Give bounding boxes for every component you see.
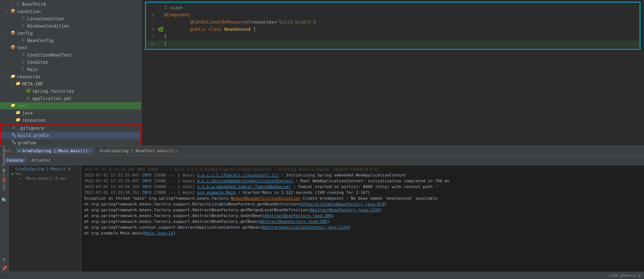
brace-open: { bbox=[250, 27, 255, 32]
vertical-left-bar: Bookmarks Structure bbox=[0, 145, 7, 188]
log-class-3: o.s.b.w.embedded.tomcat.TomcatWebServer bbox=[197, 184, 291, 189]
code-editor: 1 usage 6 @Component 7 @ConditionalOnRes… bbox=[141, 0, 644, 146]
stack-prefix-4: at org.springframework.beans.factory.sup… bbox=[84, 219, 259, 224]
stack-link-4[interactable]: AbstractBeanFactory.java:208 bbox=[259, 219, 327, 224]
tree-item-application-yml[interactable]: ⚙ application.yml bbox=[0, 95, 141, 102]
stack-suffix-6: ) bbox=[173, 231, 176, 236]
tree-item-test-root[interactable]: ▾ 📁 test bbox=[0, 102, 141, 109]
folder-res-icon: 📁 bbox=[10, 74, 16, 80]
tree-item-gitignore[interactable]: ⚙ .gitignore bbox=[1, 125, 140, 132]
run-tab-bean-test-close[interactable]: ✕ bbox=[176, 149, 178, 153]
bookmarks-label[interactable]: Bookmarks bbox=[1, 145, 7, 166]
log-level-2: INFO bbox=[142, 179, 152, 183]
stack-link-5[interactable]: AbstractApplicationContext.java:1154 bbox=[262, 225, 348, 230]
code-block: 1 usage 6 @Component 7 @ConditionalOnRes… bbox=[145, 2, 640, 50]
tree-label-build-gradle: build.gradle bbox=[18, 133, 49, 138]
class-icon: C bbox=[20, 52, 26, 58]
kw-class: class bbox=[209, 27, 222, 32]
kw-public: public bbox=[190, 27, 206, 32]
console-tab-actuator[interactable]: Actuator bbox=[28, 157, 54, 163]
tree-item-beanconfig[interactable]: C BeanConfig bbox=[0, 37, 141, 44]
tree-item-linuxcondition[interactable]: C LinuxCondition bbox=[0, 15, 141, 22]
tree-label-condition: condition bbox=[17, 9, 41, 14]
code-line-1: 1 usage bbox=[146, 4, 640, 11]
chevron-config: ▾ bbox=[5, 32, 10, 36]
tree-label-beanconfig: BeanConfig bbox=[27, 38, 53, 43]
stack-link-3[interactable]: AbstractBeanFactory.java:309 bbox=[264, 213, 332, 218]
tree-item-config[interactable]: ▾ 📦 config bbox=[0, 30, 141, 37]
tree-item-test[interactable]: ▾ 📦 test bbox=[0, 44, 141, 51]
stack-link-6[interactable]: Main.java:13 bbox=[144, 231, 173, 236]
log-line-1: 2023-07-01 17:33:35.847 INFO 15088 --- [… bbox=[84, 172, 641, 178]
folder-icon: 📁 bbox=[15, 110, 21, 116]
tree-item-main[interactable]: C Main bbox=[0, 66, 141, 73]
run-item-sub: ✦ :Main.main() 6 sec bbox=[15, 176, 78, 181]
log-msg-2: : Root WebApplicationContext: initializa… bbox=[296, 179, 450, 183]
class-name: BeanSecond bbox=[224, 27, 250, 32]
run-tab-bean-test[interactable]: GradleSpring [:BeanTest.main()] ✕ bbox=[97, 148, 181, 154]
stack-prefix-6: at org.example.Main.main( bbox=[84, 231, 144, 236]
log-pid-4: 15088 --- [ bbox=[154, 190, 180, 195]
run-item-sub-time: 6 sec bbox=[56, 176, 66, 180]
log-thread-1: main] bbox=[183, 173, 195, 178]
log-line-exception: Exception in thread "main" org.springfra… bbox=[84, 196, 641, 201]
log-msg-4: : Started Main in 1.522 seconds (JVM run… bbox=[238, 190, 370, 195]
log-thread-2: main] bbox=[183, 179, 195, 183]
run-item-name: GradleSpring [:Main.n 6 sec bbox=[15, 167, 78, 176]
run-tab-main-close[interactable]: ✕ bbox=[89, 149, 91, 153]
run-tab-main[interactable]: ▶ GradleSpring [:Main.main()] ✕ bbox=[16, 147, 94, 154]
code-text-10: │ bbox=[164, 41, 167, 46]
chevron-beanthird: ▸ bbox=[10, 3, 15, 7]
chevron-condition: ▾ bbox=[5, 10, 10, 14]
structure-label[interactable]: Structure bbox=[1, 167, 7, 188]
log-line-stack-3: at org.springframework.beans.factory.sup… bbox=[84, 213, 641, 219]
chevron-resources: ▾ bbox=[5, 75, 10, 79]
stack-link-1[interactable]: DefaultListableBeanFactory.java:874 bbox=[300, 202, 385, 207]
code-line-10: 10 │ bbox=[146, 40, 640, 47]
tree-item-resources2[interactable]: 📁 resources bbox=[0, 117, 141, 124]
tree-label-resources: resources bbox=[17, 74, 41, 79]
class-icon: C bbox=[20, 38, 26, 43]
tree-item-resources[interactable]: ▾ 📁 resources bbox=[0, 73, 141, 80]
log-level-3: INFO bbox=[142, 184, 152, 189]
tree-item-conditionbeantest[interactable]: C ConditionBeanTest bbox=[0, 51, 141, 59]
tree-item-build-gradle[interactable]: 🔧 build.gradle bbox=[1, 132, 140, 139]
log-level-4: INFO bbox=[142, 190, 152, 195]
log-line-stack-2: at org.springframework.beans.factory.sup… bbox=[84, 207, 641, 213]
gradle-icon: 🔧 bbox=[11, 140, 17, 146]
log-level-1: INFO bbox=[142, 173, 152, 178]
tree-item-meta-inf[interactable]: ▾ 📁 META-INF bbox=[0, 80, 141, 88]
stack-link-2[interactable]: AbstractBeanFactory.java:1344 bbox=[310, 208, 380, 212]
line-number-10: 10 bbox=[147, 42, 157, 46]
tree-item-condition[interactable]: ▾ 📦 condition bbox=[0, 8, 141, 15]
folder-icon: 📁 bbox=[15, 117, 21, 123]
folder-icon: 📁 bbox=[10, 103, 16, 109]
stack-suffix-3: ) bbox=[332, 213, 334, 218]
log-class-1: o.a.c.c.C.[Tomcat].[localhost].[/] bbox=[197, 173, 279, 178]
line-number-7: 7 bbox=[147, 20, 157, 25]
tree-item-beanthird[interactable]: ▸ C BeanThird bbox=[0, 1, 141, 8]
line-number-9: 9 bbox=[147, 34, 157, 39]
log-class-2: w.s.c.ServletWebServerApplicationContext bbox=[197, 179, 293, 183]
tree-label-config: config bbox=[17, 31, 33, 36]
pin-icon[interactable]: 📌 bbox=[1, 265, 8, 272]
console-area: Console Actuator ▶ ■ ↺ 🔍 ⚙ 📌 ▶ GradleSpr… bbox=[0, 156, 644, 272]
tree-label-main: Main bbox=[27, 67, 38, 72]
tree-item-gradlew[interactable]: 🔧 gradlew bbox=[1, 139, 140, 146]
tree-label-application-yml: application.yml bbox=[32, 96, 71, 101]
search-icon[interactable]: 🔍 bbox=[1, 197, 8, 204]
log-timestamp-2: 2023-07-01 17:33:35.847 bbox=[84, 179, 139, 183]
tree-item-conditon[interactable]: C Conditon bbox=[0, 59, 141, 66]
tree-item-java[interactable]: 📁 java bbox=[0, 109, 141, 117]
tree-item-spring-factories[interactable]: 🌿 spring.factories bbox=[0, 88, 141, 95]
log-class-4: org.example.Main bbox=[197, 190, 235, 195]
class-icon: C bbox=[20, 67, 26, 72]
stack-prefix-3: at org.springframework.beans.factory.sup… bbox=[84, 213, 264, 218]
spring-icon: 🌿 bbox=[25, 88, 31, 94]
tree-item-windowscondition[interactable]: C WindowsCondition bbox=[0, 22, 141, 30]
run-item-gradle-main[interactable]: ▶ GradleSpring [:Main.n 6 sec ✦ :Main.ma… bbox=[9, 166, 81, 182]
status-text: CSDN @Sakura.征 bbox=[609, 273, 641, 278]
settings-icon[interactable]: ⚙ bbox=[2, 256, 7, 263]
run-item-label: GradleSpring [:Main.n bbox=[15, 167, 66, 171]
run-tab-bean-test-label: GradleSpring [:BeanTest.main()] bbox=[100, 149, 174, 153]
